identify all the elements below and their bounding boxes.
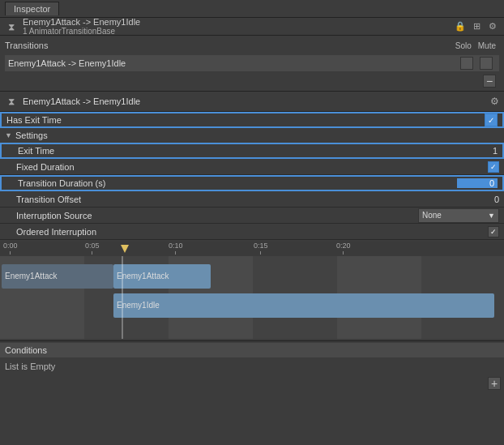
top-bar-right: 🔒 ⊞ ⚙	[454, 20, 499, 33]
transition-name: Enemy1Attack -> Enemy1Idle	[8, 58, 126, 68]
transition-duration-row: Transition Duration (s) 0	[0, 175, 504, 191]
conditions-header: Conditions	[0, 343, 504, 357]
fixed-duration-label: Fixed Duration	[16, 162, 488, 172]
animator-hourglass-icon: ⧗	[5, 95, 18, 108]
ruler-tick-2: 0:10	[169, 242, 183, 255]
interruption-source-value: None	[422, 211, 442, 220]
conditions-section: Conditions List is Empty +	[0, 340, 504, 393]
transitions-section: Transitions Solo Mute Enemy1Attack -> En…	[0, 36, 504, 92]
top-bar-info: Enemy1Attack -> Enemy1Idle 1 AnimatorTra…	[23, 17, 140, 36]
track-label-idle: Enemy1Idle	[113, 293, 494, 318]
conditions-footer: +	[0, 375, 504, 392]
mute-checkbox[interactable]	[480, 57, 493, 70]
transition-offset-value: 0	[459, 195, 499, 204]
remove-transition-button[interactable]: −	[483, 75, 496, 88]
animator-gear-icon[interactable]: ⚙	[490, 96, 499, 107]
settings-triangle: ▼	[5, 131, 12, 139]
settings-label: Settings	[15, 131, 48, 140]
timeline-body: Enemy1Attack Enemy1Attack Enemy1Idle	[0, 256, 504, 339]
transition-duration-label: Transition Duration (s)	[18, 178, 457, 188]
exit-time-row: Exit Time 1	[0, 143, 504, 159]
transition-row[interactable]: Enemy1Attack -> Enemy1Idle	[5, 55, 499, 71]
inspector-tab-bar: Inspector	[0, 0, 504, 18]
transition-offset-label: Transition Offset	[16, 195, 459, 204]
solo-checkbox[interactable]	[460, 57, 473, 70]
has-exit-time-label: Has Exit Time	[6, 115, 485, 125]
track-enemy1attack-dark: Enemy1Attack	[2, 264, 113, 289]
transition-checkboxes	[460, 57, 493, 70]
conditions-empty-label: List is Empty	[5, 362, 55, 371]
fixed-duration-checkbox[interactable]: ✓	[488, 161, 499, 173]
settings-header: ▼ Settings	[0, 128, 504, 143]
transitions-label: Transitions	[5, 41, 48, 50]
interruption-source-arrow: ▼	[488, 212, 495, 220]
mute-label: Mute	[478, 41, 496, 50]
playhead-line	[122, 256, 123, 339]
track-label-attack-light: Enemy1Attack	[113, 264, 211, 289]
fixed-duration-row: Fixed Duration ✓	[0, 159, 504, 175]
exit-time-value: 1	[457, 146, 498, 156]
gear-icon-top[interactable]: ⚙	[486, 20, 499, 33]
inspector-tab[interactable]: Inspector	[5, 2, 59, 15]
ordered-interruption-row: Ordered Interruption ✓	[0, 224, 504, 240]
animator-section: ⧗ Enemy1Attack -> Enemy1Idle ⚙	[0, 92, 504, 112]
top-bar: ⧗ Enemy1Attack -> Enemy1Idle 1 AnimatorT…	[0, 18, 504, 36]
transition-duration-value[interactable]: 0	[457, 178, 498, 188]
conditions-body: List is Empty	[0, 357, 504, 375]
hourglass-icon: ⧗	[5, 20, 18, 33]
settings-section: ▼ Settings Exit Time 1 Fixed Duration ✓ …	[0, 128, 504, 240]
playhead-marker[interactable]	[120, 242, 130, 256]
timeline-container: 0:00 0:05 0:10 0:15 0:20 Enemy1Attack En…	[0, 242, 504, 339]
exit-time-label: Exit Time	[18, 146, 457, 156]
top-bar-left: ⧗ Enemy1Attack -> Enemy1Idle 1 AnimatorT…	[5, 17, 140, 36]
ruler-tick-3: 0:15	[254, 242, 268, 255]
ruler-tick-4: 0:20	[336, 242, 351, 255]
animator-title: Enemy1Attack -> Enemy1Idle	[23, 96, 485, 106]
track-enemy1attack-light: Enemy1Attack	[113, 264, 211, 289]
conditions-label: Conditions	[5, 345, 47, 355]
has-exit-time-row: Has Exit Time ✓	[0, 112, 504, 128]
lock-icon[interactable]: 🔒	[454, 20, 467, 33]
track-enemy1idle: Enemy1Idle	[113, 293, 494, 318]
interruption-source-label: Interruption Source	[16, 211, 418, 220]
has-exit-time-checkbox[interactable]: ✓	[485, 113, 498, 126]
solo-label: Solo	[455, 41, 472, 50]
ruler-tick-0: 0:00	[3, 242, 18, 255]
track-label-attack-dark: Enemy1Attack	[2, 264, 113, 289]
solo-mute-labels: Solo Mute	[455, 41, 496, 50]
transition-offset-row: Transition Offset 0	[0, 191, 504, 208]
ruler-tick-1: 0:05	[85, 242, 100, 255]
layout-icon[interactable]: ⊞	[470, 20, 483, 33]
top-title-main: Enemy1Attack -> Enemy1Idle	[23, 17, 140, 27]
add-condition-button[interactable]: +	[488, 377, 501, 390]
minus-bar: −	[5, 73, 499, 89]
interruption-source-row: Interruption Source None ▼	[0, 208, 504, 224]
ordered-interruption-checkbox[interactable]: ✓	[488, 226, 499, 237]
timeline-ruler: 0:00 0:05 0:10 0:15 0:20	[0, 242, 504, 256]
top-title-sub: 1 AnimatorTransitionBase	[23, 27, 140, 36]
transitions-header: Transitions Solo Mute	[5, 37, 499, 53]
ordered-interruption-label: Ordered Interruption	[16, 227, 488, 237]
interruption-source-select[interactable]: None ▼	[418, 208, 499, 223]
inspector-tab-label: Inspector	[14, 4, 50, 14]
